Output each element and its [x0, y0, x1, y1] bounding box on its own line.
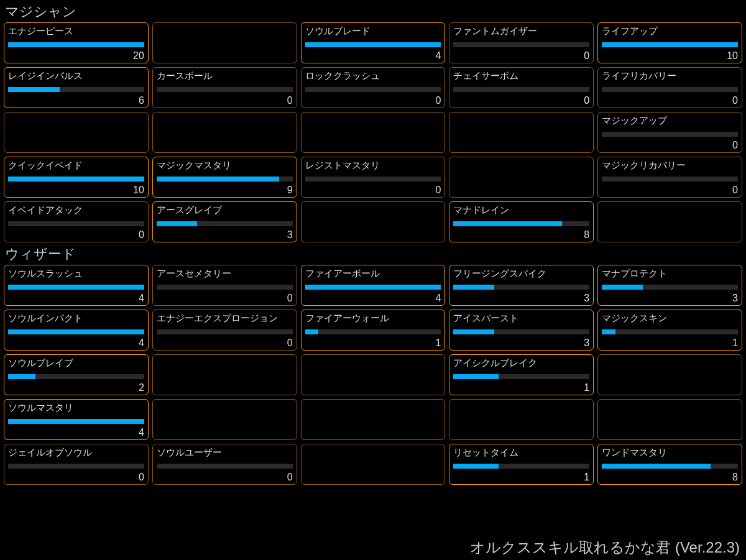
skill-bar-track [8, 221, 144, 226]
skill-name: マジックマスタリ [157, 160, 293, 172]
skill-cell[interactable]: マジックスキン1 [597, 310, 742, 351]
skill-bar-track [453, 464, 589, 469]
skill-name: レジストマスタリ [305, 160, 441, 172]
skill-cell[interactable]: ジェイルオブソウル0 [4, 444, 149, 485]
skill-bar-fill [8, 329, 144, 334]
skill-name: アースセメタリー [157, 268, 293, 280]
section-title: マジシャン [0, 0, 746, 22]
skill-cell[interactable]: レイジインパルス6 [4, 67, 149, 108]
skill-value: 10 [8, 185, 144, 196]
skill-cell[interactable]: ソウルブレード4 [301, 22, 446, 63]
skill-cell-empty [301, 112, 446, 153]
skill-bar-track [453, 329, 589, 334]
skill-bar-track [8, 419, 144, 424]
skill-cell[interactable]: ソウルスラッシュ4 [4, 265, 149, 306]
skill-value: 0 [602, 95, 738, 106]
skill-name: マジックリカバリー [602, 160, 738, 172]
skill-cell[interactable]: ライフアップ10 [597, 22, 742, 63]
skill-name: レイジインパルス [8, 70, 144, 82]
skill-cell[interactable]: ソウルマスタリ4 [4, 399, 149, 440]
skill-bar-fill [453, 285, 494, 290]
skill-cell-empty [301, 354, 446, 395]
skill-value: 1 [602, 337, 738, 349]
footer-version: オルクススキル取れるかな君 (Ver.22.3) [470, 538, 740, 558]
skill-cell[interactable]: レジストマスタリ0 [301, 157, 446, 198]
skill-cell-empty [449, 399, 594, 440]
skill-name: マジックアップ [602, 115, 738, 127]
skill-bar-track [8, 285, 144, 290]
skill-cell[interactable]: カースボール0 [152, 67, 297, 108]
skill-cell[interactable]: ファントムガイザー0 [449, 22, 594, 63]
skill-name: ライフリカバリー [602, 70, 738, 82]
skill-cell[interactable]: ロッククラッシュ0 [301, 67, 446, 108]
skill-name: フリージングスパイク [453, 268, 589, 280]
skill-cell[interactable]: ファイアーボール4 [301, 265, 446, 306]
skill-cell[interactable]: マジックリカバリー0 [597, 157, 742, 198]
skill-value: 4 [8, 337, 144, 349]
skill-name: ファイアーボール [305, 268, 441, 280]
skill-name: イベイドアタック [8, 204, 144, 216]
skill-name: マナドレイン [453, 204, 589, 216]
skill-value: 6 [8, 95, 144, 106]
skill-bar-fill [305, 42, 441, 47]
skill-cell-empty [449, 157, 594, 198]
skill-bar-track [453, 42, 589, 47]
skill-cell[interactable]: ファイアーウォール1 [301, 310, 446, 351]
skill-cell[interactable]: マジックアップ0 [597, 112, 742, 153]
skill-bar-track [305, 87, 441, 92]
skill-cell[interactable]: アイシクルブレイク1 [449, 354, 594, 395]
skill-cell[interactable]: アイスバースト3 [449, 310, 594, 351]
skill-name: ソウルユーザー [157, 447, 293, 459]
skill-bar-fill [8, 42, 144, 47]
skill-bar-track [8, 464, 144, 469]
skill-cell[interactable]: アースセメタリー0 [152, 265, 297, 306]
skill-value: 3 [453, 337, 589, 349]
skill-cell[interactable]: チェイサーボム0 [449, 67, 594, 108]
skill-bar-track [8, 177, 144, 181]
skill-name: ソウルブレイブ [8, 357, 144, 369]
skill-cell[interactable]: ソウルユーザー0 [152, 444, 297, 485]
skill-bar-track [602, 177, 738, 181]
skill-bar-track [305, 285, 441, 290]
skill-cell[interactable]: イベイドアタック0 [4, 201, 149, 242]
skill-name: リセットタイム [453, 447, 589, 459]
skill-bar-fill [602, 464, 711, 469]
skill-cell[interactable]: ソウルブレイブ2 [4, 354, 149, 395]
skill-value: 4 [8, 293, 144, 304]
skill-name: クイックイベイド [8, 160, 144, 172]
skill-bar-track [157, 177, 293, 181]
skill-value: 20 [8, 50, 144, 62]
skill-cell-empty [597, 399, 742, 440]
skill-cell[interactable]: クイックイベイド10 [4, 157, 149, 198]
skill-cell[interactable]: マジックマスタリ9 [152, 157, 297, 198]
skill-value: 4 [305, 50, 441, 62]
skill-bar-fill [453, 221, 562, 226]
skill-bar-track [8, 374, 144, 379]
skill-cell[interactable]: リセットタイム1 [449, 444, 594, 485]
skill-cell[interactable]: マナドレイン8 [449, 201, 594, 242]
skill-cell[interactable]: エナジーエクスプロージョン0 [152, 310, 297, 351]
skill-bar-track [8, 329, 144, 334]
skill-cell[interactable]: アースグレイブ3 [152, 201, 297, 242]
skill-value: 0 [157, 472, 293, 483]
skill-value: 0 [602, 185, 738, 196]
skill-name: カースボール [157, 70, 293, 82]
skill-bar-fill [8, 374, 35, 379]
skill-bar-fill [453, 374, 498, 379]
skill-value: 4 [8, 427, 144, 438]
skill-bar-track [602, 132, 738, 137]
skill-name: マジックスキン [602, 313, 738, 324]
skill-bar-track [305, 329, 441, 334]
skill-cell[interactable]: ソウルインパクト4 [4, 310, 149, 351]
skill-name: ロッククラッシュ [305, 70, 441, 82]
skill-name: チェイサーボム [453, 70, 589, 82]
skill-cell[interactable]: フリージングスパイク3 [449, 265, 594, 306]
skill-cell[interactable]: ワンドマスタリ8 [597, 444, 742, 485]
skill-bar-fill [305, 285, 441, 290]
skill-bar-fill [8, 285, 144, 290]
skill-cell[interactable]: ライフリカバリー0 [597, 67, 742, 108]
skill-cell[interactable]: マナプロテクト3 [597, 265, 742, 306]
skill-cell-empty [152, 354, 297, 395]
skill-cell[interactable]: エナジーピース20 [4, 22, 149, 63]
skill-bar-fill [602, 285, 643, 290]
